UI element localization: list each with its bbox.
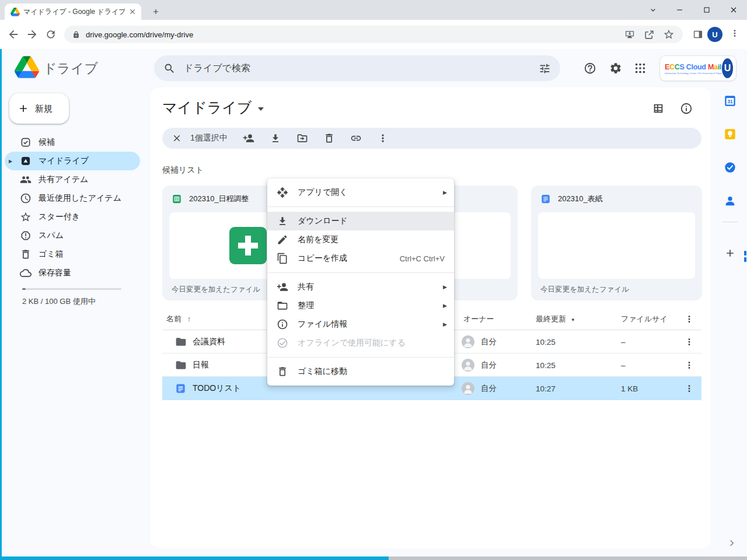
report-icon bbox=[20, 230, 32, 242]
close-button[interactable] bbox=[720, 0, 747, 20]
owner-name: 自分 bbox=[481, 360, 497, 370]
browser-tab[interactable]: マイドライブ - Google ドライブ bbox=[5, 4, 141, 20]
sort-descending-icon: ▼ bbox=[571, 317, 575, 323]
sidebar-item-storage[interactable]: 保存容量 bbox=[5, 264, 140, 282]
suggestions-section-label: 候補リスト bbox=[162, 165, 204, 176]
menu-item-make-copy[interactable]: コピーを作成 Ctrl+C Ctrl+V bbox=[267, 249, 454, 268]
address-bar[interactable]: drive.google.com/drive/my-drive bbox=[64, 26, 683, 43]
row-more-icon[interactable] bbox=[684, 360, 694, 370]
sidebar-item-trash[interactable]: ゴミ箱 bbox=[5, 245, 140, 264]
column-header-name[interactable]: 名前 ↑ bbox=[166, 314, 191, 324]
menu-item-move-to-trash[interactable]: ゴミ箱に移動 bbox=[267, 362, 454, 381]
help-icon[interactable] bbox=[583, 61, 597, 75]
sidebar-item-suggested[interactable]: 候補 bbox=[5, 133, 140, 152]
menu-item-open-with[interactable]: アプリで開く ▶ bbox=[267, 183, 454, 202]
show-side-panel-chevron-icon[interactable] bbox=[725, 537, 738, 550]
sidebar-item-starred[interactable]: スター付き bbox=[5, 208, 140, 226]
column-header-size[interactable]: ファイルサイ bbox=[621, 314, 668, 324]
file-size: – bbox=[621, 337, 626, 346]
docs-file-icon bbox=[540, 194, 551, 204]
submenu-arrow-icon: ▶ bbox=[443, 321, 447, 327]
owner-avatar bbox=[461, 335, 475, 349]
bottom-progress-bar-track bbox=[389, 556, 747, 560]
sidebar-item-recent[interactable]: 最近使用したアイテム bbox=[5, 189, 140, 208]
apps-grid-icon[interactable] bbox=[633, 61, 647, 75]
bookmark-star-icon[interactable] bbox=[663, 29, 675, 40]
menu-item-download[interactable]: ダウンロード bbox=[267, 212, 454, 230]
add-addon-plus-icon[interactable] bbox=[724, 247, 736, 260]
copy-link-icon[interactable] bbox=[350, 132, 362, 144]
svg-text:31: 31 bbox=[727, 99, 733, 104]
share-icon[interactable] bbox=[644, 29, 655, 40]
file-size: – bbox=[621, 360, 626, 369]
page-title-dropdown[interactable]: マイドライブ bbox=[162, 98, 264, 117]
search-input[interactable]: ドライブで検索 bbox=[154, 55, 560, 81]
new-tab-button[interactable] bbox=[148, 4, 163, 19]
trash-icon[interactable] bbox=[323, 132, 335, 144]
download-icon[interactable] bbox=[270, 132, 281, 144]
contacts-icon[interactable] bbox=[724, 194, 736, 207]
side-panel-icon[interactable] bbox=[692, 29, 704, 40]
column-header-owner[interactable]: オーナー bbox=[463, 314, 494, 324]
sidebar-item-my-drive[interactable]: ▶ マイドライブ bbox=[5, 152, 140, 170]
trash-icon bbox=[277, 366, 288, 377]
tab-close-icon[interactable] bbox=[128, 8, 137, 16]
menu-item-rename[interactable]: 名前を変更 bbox=[267, 230, 454, 249]
search-icon[interactable] bbox=[163, 62, 176, 75]
browser-menu-icon[interactable] bbox=[729, 28, 740, 38]
page-title: マイドライブ bbox=[162, 98, 252, 117]
my-drive-icon bbox=[20, 155, 32, 167]
new-button[interactable]: 新規 bbox=[9, 93, 69, 124]
account-avatar[interactable]: U bbox=[722, 58, 733, 78]
info-icon[interactable] bbox=[680, 102, 693, 115]
trash-icon bbox=[20, 249, 32, 260]
new-button-label: 新規 bbox=[35, 103, 53, 114]
tab-search-chevron-icon[interactable] bbox=[640, 0, 666, 20]
header-more-icon[interactable] bbox=[684, 314, 694, 324]
storage-progress-bar bbox=[22, 288, 121, 290]
column-header-modified[interactable]: 最終更新 ▼ bbox=[536, 314, 575, 324]
selection-toolbar: 1個選択中 bbox=[162, 128, 701, 149]
account-badge[interactable]: ECCS Cloud Mail Information Technology C… bbox=[659, 55, 736, 81]
install-icon[interactable] bbox=[624, 29, 636, 40]
back-button[interactable] bbox=[6, 27, 20, 41]
more-actions-icon[interactable] bbox=[377, 132, 389, 144]
share-person-add-icon[interactable] bbox=[243, 132, 254, 144]
storage-usage-text: 2 KB / 100 GB 使用中 bbox=[22, 296, 96, 307]
copy-icon bbox=[277, 253, 288, 264]
sidebar-item-spam[interactable]: スパム bbox=[5, 226, 140, 245]
tasks-icon[interactable] bbox=[724, 161, 736, 174]
menu-item-organize[interactable]: 整理 ▶ bbox=[267, 296, 454, 315]
reload-button[interactable] bbox=[44, 27, 58, 41]
rail-divider bbox=[722, 222, 738, 222]
minimize-button[interactable] bbox=[666, 0, 693, 20]
maximize-button[interactable] bbox=[693, 0, 720, 20]
grid-view-toggle-icon[interactable] bbox=[652, 102, 665, 115]
menu-item-share[interactable]: 共有 ▶ bbox=[267, 278, 454, 296]
bottom-progress-bar-filled bbox=[0, 556, 389, 560]
menu-item-file-info[interactable]: ファイル情報 ▶ bbox=[267, 315, 454, 334]
browser-profile-avatar[interactable]: U bbox=[707, 27, 722, 42]
row-more-icon[interactable] bbox=[684, 383, 694, 394]
app-name: ドライブ bbox=[43, 60, 98, 78]
browser-window: マイドライブ - Google ドライブ drive.google.com/dr… bbox=[0, 0, 747, 560]
open-with-icon bbox=[277, 187, 288, 198]
file-name: 会議資料 bbox=[193, 337, 225, 347]
move-to-folder-icon[interactable] bbox=[296, 132, 308, 144]
settings-gear-icon[interactable] bbox=[609, 61, 623, 75]
selection-count: 1個選択中 bbox=[190, 133, 228, 144]
keep-icon[interactable] bbox=[724, 128, 736, 141]
suggestion-card[interactable]: 202310_表紙 今日変更を加えたファイル bbox=[531, 186, 702, 300]
people-icon bbox=[20, 174, 32, 186]
forward-button[interactable] bbox=[25, 27, 39, 41]
submenu-arrow-icon: ▶ bbox=[443, 284, 447, 290]
calendar-icon[interactable]: 31 bbox=[724, 94, 736, 107]
search-options-tune-icon[interactable] bbox=[539, 62, 551, 75]
expander-arrow-icon[interactable]: ▶ bbox=[9, 159, 12, 164]
sidebar-item-shared[interactable]: 共有アイテム bbox=[5, 170, 140, 189]
search-placeholder: ドライブで検索 bbox=[184, 62, 539, 75]
docs-file-icon bbox=[175, 383, 186, 394]
row-more-icon[interactable] bbox=[684, 337, 694, 347]
card-reason-label: 今日変更を加えたファイル bbox=[531, 279, 702, 295]
clear-selection-icon[interactable] bbox=[172, 133, 182, 144]
